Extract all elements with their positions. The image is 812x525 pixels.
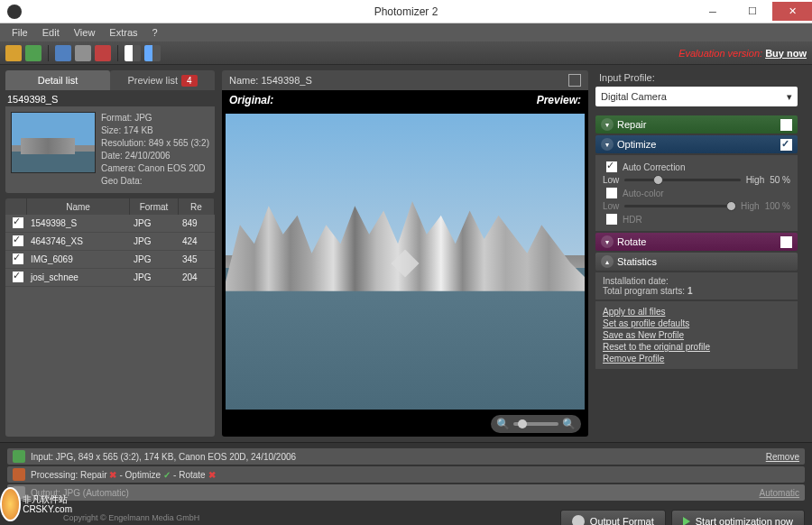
copyright-text: Copyright © Engelmann Media GmbH xyxy=(63,513,199,522)
auto-color-slider[interactable] xyxy=(624,205,735,207)
optimize-checkbox[interactable] xyxy=(780,139,792,151)
open-folder-icon[interactable] xyxy=(5,45,22,61)
row-checkbox[interactable] xyxy=(13,272,23,282)
menu-view[interactable]: View xyxy=(68,25,102,40)
app-title: Photomizer 2 xyxy=(374,5,438,18)
menu-help[interactable]: ? xyxy=(146,25,164,40)
zoom-slider[interactable] xyxy=(513,422,558,426)
toolbar: Evaluation version: Buy now xyxy=(0,41,812,65)
tab-detail-list[interactable]: Detail list xyxy=(5,70,110,90)
save-profile-link[interactable]: Save as New Profile xyxy=(603,330,790,340)
output-format-button[interactable]: Output Format xyxy=(560,510,666,525)
accordion-repair[interactable]: ▾ Repair xyxy=(595,115,798,134)
gear-icon xyxy=(572,515,585,525)
app-icon xyxy=(7,5,22,19)
automatic-link[interactable]: Automatic xyxy=(760,488,799,498)
rotate-checkbox[interactable] xyxy=(780,236,792,248)
statistics-panel: Installation date: Total program starts:… xyxy=(595,272,798,299)
auto-correction-slider[interactable] xyxy=(624,179,740,181)
zoom-control[interactable]: 🔍 🔍 xyxy=(491,415,581,433)
evaluation-banner: Evaluation version: Buy now xyxy=(678,48,807,59)
file-list: 1549398_SJPG849 4643746_XSJPG424 IMG_606… xyxy=(5,215,215,437)
filelist-header: NameFormatRe xyxy=(5,198,215,215)
titlebar: Photomizer 2 ─ ☐ ✕ xyxy=(0,0,812,23)
split-view-icon[interactable] xyxy=(144,45,161,61)
zoom-out-icon[interactable]: 🔍 xyxy=(496,418,510,430)
minimize-button[interactable]: ─ xyxy=(693,2,733,21)
remove-link[interactable]: Remove xyxy=(766,452,799,462)
set-default-link[interactable]: Set as profile defaults xyxy=(603,318,790,328)
status-panel: Input: JPG, 849 x 565 (3:2), 174 KB, Can… xyxy=(0,442,812,506)
add-icon[interactable] xyxy=(25,45,42,61)
save-icon[interactable] xyxy=(55,45,71,61)
row-checkbox[interactable] xyxy=(13,253,23,264)
output-status-row: Output: JPG (Automatic) Automatic xyxy=(7,484,805,501)
input-icon xyxy=(13,450,25,463)
file-detail-panel: Format: JPG Size: 174 KB Resolution: 849… xyxy=(5,106,215,193)
thumbnail[interactable] xyxy=(11,112,96,173)
remove-profile-link[interactable]: Remove Profile xyxy=(603,354,790,364)
list-item[interactable]: 1549398_SJPG849 xyxy=(5,215,215,233)
close-button[interactable]: ✕ xyxy=(772,2,812,21)
input-profile-label: Input Profile: xyxy=(595,70,798,85)
start-optimization-button[interactable]: Start optimization now xyxy=(671,510,805,525)
maximize-button[interactable]: ☐ xyxy=(733,2,772,21)
row-checkbox[interactable] xyxy=(13,217,23,228)
original-label: Original: xyxy=(229,94,273,106)
chevron-down-icon: ▾ xyxy=(601,118,614,131)
watermark: 非凡软件站CRSKY.com xyxy=(0,484,72,525)
chevron-down-icon: ▾ xyxy=(601,138,614,151)
zoom-in-icon[interactable]: 🔍 xyxy=(562,418,576,430)
repair-checkbox[interactable] xyxy=(780,119,792,131)
hdr-checkbox[interactable] xyxy=(606,214,617,225)
accordion-rotate[interactable]: ▾ Rotate xyxy=(595,233,798,251)
list-item[interactable]: IMG_6069JPG345 xyxy=(5,251,215,269)
preview-header: Name: 1549398_S xyxy=(222,70,588,90)
compare-view-icon[interactable] xyxy=(125,45,141,61)
input-profile-dropdown[interactable]: Digital Camera xyxy=(595,87,798,106)
reset-profile-link[interactable]: Reset to the original profile xyxy=(603,342,790,352)
menu-file[interactable]: File xyxy=(5,25,34,40)
settings-icon[interactable] xyxy=(75,45,91,61)
chevron-up-icon: ▴ xyxy=(601,255,614,268)
delete-icon[interactable] xyxy=(95,45,111,61)
file-metadata: Format: JPG Size: 174 KB Resolution: 849… xyxy=(101,112,209,188)
input-status-row: Input: JPG, 849 x 565 (3:2), 174 KB, Can… xyxy=(7,448,805,465)
expand-icon[interactable] xyxy=(568,74,581,87)
processing-status-row: Processing: Repair✖ - Optimize✓ - Rotate… xyxy=(7,466,805,483)
play-icon xyxy=(683,517,690,525)
tab-preview-list[interactable]: Preview list4 xyxy=(110,70,215,90)
buy-now-link[interactable]: Buy now xyxy=(765,48,807,59)
list-item[interactable]: josi_schneeJPG204 xyxy=(5,269,215,287)
accordion-statistics[interactable]: ▴ Statistics xyxy=(595,253,798,271)
preview-label: Preview: xyxy=(537,94,581,106)
menu-edit[interactable]: Edit xyxy=(36,25,66,40)
processing-icon xyxy=(13,468,25,481)
optimize-panel: Auto Correction LowHigh50 % Auto-color L… xyxy=(595,155,798,231)
menu-extras[interactable]: Extras xyxy=(103,25,143,40)
auto-correction-checkbox[interactable] xyxy=(606,161,617,172)
preview-image[interactable]: Original: Preview: 🔍 🔍 xyxy=(222,90,588,437)
list-item[interactable]: 4643746_XSJPG424 xyxy=(5,233,215,251)
current-file-name: 1549398_S xyxy=(7,94,215,105)
apply-all-link[interactable]: Apply to all files xyxy=(603,307,790,317)
preview-count-badge: 4 xyxy=(181,75,198,87)
profile-actions: Apply to all files Set as profile defaul… xyxy=(595,301,798,369)
auto-color-checkbox[interactable] xyxy=(606,188,617,198)
chevron-down-icon: ▾ xyxy=(601,235,614,248)
row-checkbox[interactable] xyxy=(13,235,23,246)
menubar: File Edit View Extras ? xyxy=(0,23,812,41)
accordion-optimize[interactable]: ▾ Optimize xyxy=(595,135,798,153)
